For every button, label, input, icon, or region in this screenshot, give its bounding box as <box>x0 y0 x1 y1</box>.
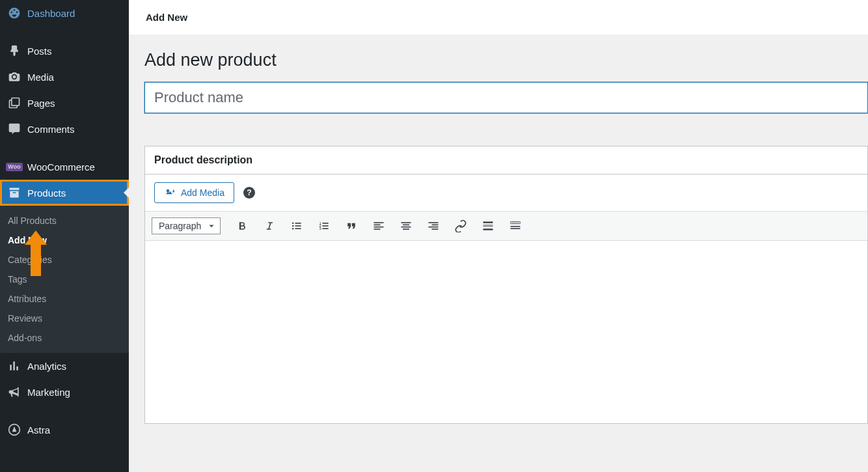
media-toolbar: Add Media ? <box>145 174 867 211</box>
svg-rect-22 <box>432 225 439 226</box>
svg-point-1 <box>292 223 294 225</box>
italic-button[interactable] <box>259 215 280 236</box>
svg-rect-5 <box>295 225 301 227</box>
sidebar-item-media[interactable]: Media <box>0 64 129 90</box>
submenu-reviews[interactable]: Reviews <box>0 309 129 328</box>
sidebar-item-analytics[interactable]: Analytics <box>0 353 129 379</box>
sidebar-item-products[interactable]: Products <box>0 180 129 206</box>
format-toolbar: Paragraph 123 <box>145 211 867 241</box>
svg-rect-28 <box>483 229 493 230</box>
sidebar-label: WooCommerce <box>27 161 95 173</box>
svg-rect-32 <box>515 223 516 223</box>
media-icon <box>164 187 176 199</box>
help-icon[interactable]: ? <box>243 187 255 199</box>
svg-rect-21 <box>429 222 439 223</box>
svg-rect-33 <box>517 223 518 223</box>
svg-rect-27 <box>483 226 493 227</box>
svg-rect-12 <box>323 228 329 229</box>
svg-rect-23 <box>429 227 439 228</box>
sidebar-label: Marketing <box>27 387 70 398</box>
content-area: Add new product Product description Add … <box>129 35 868 472</box>
sidebar-item-woocommerce[interactable]: Woo WooCommerce <box>0 154 129 180</box>
svg-rect-24 <box>432 229 439 230</box>
product-name-input[interactable] <box>144 82 868 113</box>
align-right-button[interactable] <box>423 215 444 236</box>
svg-rect-14 <box>374 225 381 226</box>
pages-icon <box>8 96 21 109</box>
read-more-button[interactable] <box>478 215 498 236</box>
svg-rect-6 <box>295 228 301 229</box>
topbar: Add New <box>129 0 868 35</box>
admin-sidebar: Dashboard Posts Media Pages Comments Woo <box>0 0 129 472</box>
page-title: Add new product <box>144 50 868 70</box>
sidebar-item-comments[interactable]: Comments <box>0 116 129 142</box>
chart-icon <box>8 359 21 372</box>
submenu-tags[interactable]: Tags <box>0 270 129 289</box>
submenu-categories[interactable]: Categories <box>0 250 129 270</box>
bold-button[interactable] <box>232 215 252 236</box>
svg-point-2 <box>292 225 294 227</box>
sidebar-item-astra[interactable]: Astra <box>0 417 129 443</box>
pin-icon <box>8 44 21 57</box>
sidebar-label: Products <box>27 187 66 199</box>
align-center-button[interactable] <box>396 215 416 236</box>
archive-icon <box>8 186 21 199</box>
svg-rect-18 <box>403 225 409 226</box>
products-submenu: All Products Add New Categories Tags Att… <box>0 206 129 353</box>
sidebar-label: Astra <box>27 424 50 436</box>
svg-rect-25 <box>483 221 493 223</box>
sidebar-label: Dashboard <box>27 8 75 19</box>
svg-rect-17 <box>401 222 411 223</box>
sidebar-label: Pages <box>27 98 55 109</box>
gauge-icon <box>8 7 21 20</box>
svg-rect-11 <box>323 225 329 227</box>
sidebar-label: Posts <box>27 46 52 57</box>
submenu-all-products[interactable]: All Products <box>0 211 129 230</box>
woo-icon: Woo <box>8 160 21 173</box>
svg-text:3: 3 <box>319 227 321 230</box>
astra-icon <box>8 423 21 436</box>
svg-rect-31 <box>513 223 515 223</box>
sidebar-item-posts[interactable]: Posts <box>0 38 129 64</box>
svg-point-3 <box>292 228 294 230</box>
product-description-box: Product description Add Media ? Paragrap… <box>144 146 868 424</box>
sidebar-item-pages[interactable]: Pages <box>0 90 129 116</box>
submenu-add-new[interactable]: Add New <box>0 230 129 250</box>
svg-rect-26 <box>483 225 493 225</box>
blockquote-button[interactable] <box>341 215 362 236</box>
svg-rect-10 <box>323 223 329 224</box>
svg-rect-16 <box>374 229 381 230</box>
align-left-button[interactable] <box>368 215 389 236</box>
bullet-list-button[interactable] <box>286 215 307 236</box>
svg-rect-35 <box>511 226 521 227</box>
add-media-button[interactable]: Add Media <box>154 182 234 203</box>
topbar-title: Add New <box>146 12 187 23</box>
camera-icon <box>8 70 21 83</box>
main-content: Add New Add new product Product descript… <box>129 0 868 472</box>
svg-rect-19 <box>401 227 411 228</box>
svg-rect-30 <box>511 223 513 223</box>
sidebar-item-marketing[interactable]: Marketing <box>0 379 129 405</box>
svg-rect-34 <box>518 223 519 223</box>
editor-content-area[interactable] <box>145 241 867 423</box>
megaphone-icon <box>8 385 21 398</box>
sidebar-label: Analytics <box>27 361 66 372</box>
description-label: Product description <box>145 146 867 174</box>
sidebar-item-dashboard[interactable]: Dashboard <box>0 0 129 26</box>
numbered-list-button[interactable]: 123 <box>314 215 334 236</box>
comment-icon <box>8 122 21 135</box>
svg-rect-20 <box>403 229 409 230</box>
sidebar-label: Media <box>27 72 54 83</box>
submenu-attributes[interactable]: Attributes <box>0 289 129 309</box>
svg-rect-13 <box>374 222 384 223</box>
toolbar-toggle-button[interactable] <box>505 215 526 236</box>
add-media-label: Add Media <box>181 187 224 198</box>
submenu-addons[interactable]: Add-ons <box>0 328 129 348</box>
svg-rect-15 <box>374 227 384 228</box>
format-select[interactable]: Paragraph <box>152 217 221 234</box>
svg-rect-36 <box>511 228 521 229</box>
sidebar-label: Comments <box>27 124 75 135</box>
svg-rect-4 <box>295 223 301 224</box>
link-button[interactable] <box>450 215 471 236</box>
